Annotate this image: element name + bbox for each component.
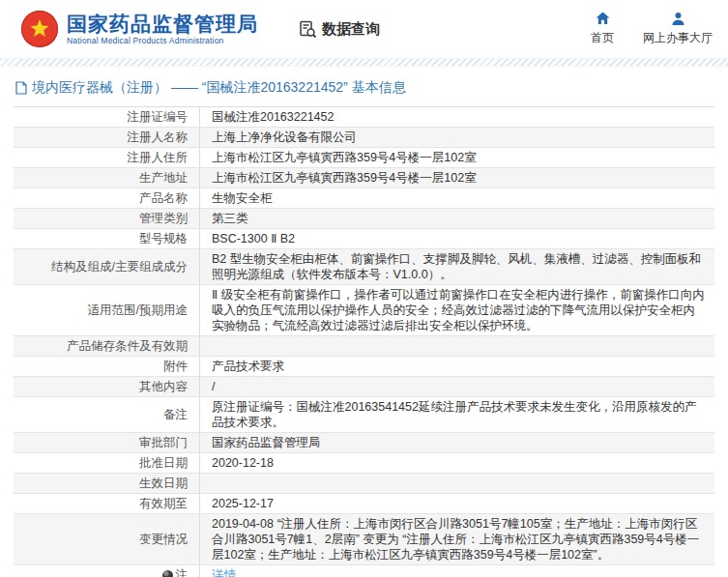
table-row: 备注 原注册证编号：国械注准20163541452延续注册产品技术要求未发生变化… <box>14 397 714 433</box>
nav-home[interactable]: 首页 <box>591 12 614 46</box>
row-label: 附件 <box>14 357 200 376</box>
data-query-icon <box>299 20 317 39</box>
data-query-tab[interactable]: 数据查询 <box>299 20 380 39</box>
nav-home-label: 首页 <box>591 30 614 46</box>
agency-name-cn: 国家药品监督管理局 <box>67 13 258 36</box>
row-label: 生效日期 <box>14 474 200 493</box>
agency-brand: 国家药品监督管理局 National Medical Products Admi… <box>21 11 258 47</box>
row-label: 其他内容 <box>14 377 200 396</box>
row-value: 2019-04-08 “注册人住所：上海市闵行区合川路3051号7幢105室；生… <box>200 514 714 564</box>
table-row: 变更情况 2019-04-08 “注册人住所：上海市闵行区合川路3051号7幢1… <box>14 514 714 565</box>
data-query-label: 数据查询 <box>322 20 380 39</box>
row-label: 型号规格 <box>14 229 200 248</box>
header-nav: 首页 网上办事大厅 <box>591 12 713 46</box>
emblem-star-icon <box>27 16 52 42</box>
row-label: 备注 <box>14 397 200 432</box>
row-value: B2 型生物安全柜由柜体、前窗操作口、支撑脚及脚轮、风机、集液槽、过滤器、控制面… <box>200 249 714 284</box>
row-value: 上海市松江区九亭镇寅西路359号4号楼一层102室 <box>200 168 714 188</box>
table-row: 生效日期 <box>14 474 714 494</box>
row-value: 产品技术要求 <box>200 357 714 376</box>
row-label: 生产地址 <box>14 168 200 188</box>
national-emblem-logo <box>21 11 58 47</box>
row-value: 原注册证编号：国械注准20163541452延续注册产品技术要求未发生变化，沿用… <box>200 397 714 432</box>
row-value <box>200 336 714 356</box>
row-label: 审批部门 <box>14 433 200 452</box>
row-value <box>200 474 714 493</box>
table-row: 型号规格 BSC-1300 Ⅱ B2 <box>14 229 714 249</box>
row-label: 管理类别 <box>14 209 200 228</box>
row-label: 注册人住所 <box>14 148 200 167</box>
table-row: 结构及组成/主要组成成分 B2 型生物安全柜由柜体、前窗操作口、支撑脚及脚轮、风… <box>14 249 714 285</box>
table-row: 有效期至 2025-12-17 <box>14 494 714 514</box>
table-row: 注册人住所 上海市松江区九亭镇寅西路359号4号楼一层102室 <box>14 148 714 168</box>
row-label: 产品储存条件及有效期 <box>14 336 200 356</box>
table-row: 注册证编号 国械注准20163221452 <box>14 107 714 128</box>
table-row: 产品名称 生物安全柜 <box>14 188 714 209</box>
row-value: / <box>200 377 714 396</box>
document-icon <box>15 81 27 95</box>
table-row: 适用范围/预期用途 Ⅱ 级安全柜有前窗操作口，操作者可以通过前窗操作口在安全柜内… <box>14 285 714 336</box>
main-content: 境内医疗器械（注册） —— “国械注准20163221452” 基本信息 注册证… <box>0 67 728 577</box>
decorative-stripe-band <box>0 58 728 67</box>
row-label: 批准日期 <box>14 453 200 473</box>
nav-service-hall[interactable]: 网上办事大厅 <box>643 12 713 46</box>
table-row: 其他内容 / <box>14 377 714 397</box>
row-value: Ⅱ 级安全柜有前窗操作口，操作者可以通过前窗操作口在安全柜内进行操作，前窗操作口… <box>200 285 714 335</box>
row-value: 国家药品监督管理局 <box>200 433 714 452</box>
row-label: 适用范围/预期用途 <box>14 285 200 335</box>
row-value: 2025-12-17 <box>200 494 714 513</box>
row-label: 注册人名称 <box>14 128 200 147</box>
row-value: 上海上净净化设备有限公司 <box>200 128 714 147</box>
person-icon <box>671 12 685 26</box>
page-title-text: 境内医疗器械（注册） —— “国械注准20163221452” 基本信息 <box>32 79 406 97</box>
site-header: 国家药品监督管理局 National Medical Products Admi… <box>0 0 728 58</box>
row-value: 详情 <box>200 565 714 577</box>
table-row: 注 详情 <box>14 565 714 577</box>
table-row: 管理类别 第三类 <box>14 209 714 229</box>
table-row: 产品储存条件及有效期 <box>14 336 714 357</box>
row-value: 生物安全柜 <box>200 188 714 208</box>
table-row: 附件 产品技术要求 <box>14 357 714 377</box>
table-row: 注册人名称 上海上净净化设备有限公司 <box>14 128 714 148</box>
page-title: 境内医疗器械（注册） —— “国械注准20163221452” 基本信息 <box>14 67 714 106</box>
row-label: 产品名称 <box>14 188 200 208</box>
table-row: 审批部门 国家药品监督管理局 <box>14 433 714 453</box>
row-label: 变更情况 <box>14 514 200 564</box>
agency-name: 国家药品监督管理局 National Medical Products Admi… <box>67 13 258 46</box>
note-icon <box>162 570 173 577</box>
home-icon <box>596 12 610 26</box>
row-label: 结构及组成/主要组成成分 <box>14 249 200 284</box>
table-row: 批准日期 2020-12-18 <box>14 453 714 474</box>
detail-link[interactable]: 详情 <box>212 567 236 577</box>
row-value: 上海市松江区九亭镇寅西路359号4号楼一层102室 <box>200 148 714 167</box>
row-value: 2020-12-18 <box>200 453 714 473</box>
row-value: BSC-1300 Ⅱ B2 <box>200 229 714 248</box>
nav-service-hall-label: 网上办事大厅 <box>643 30 713 46</box>
registration-info-table: 注册证编号 国械注准20163221452 注册人名称 上海上净净化设备有限公司… <box>14 106 714 577</box>
row-value: 国械注准20163221452 <box>200 107 714 127</box>
row-label: 注册证编号 <box>14 107 200 127</box>
row-value: 第三类 <box>200 209 714 228</box>
row-label: 有效期至 <box>14 494 200 513</box>
table-row: 生产地址 上海市松江区九亭镇寅西路359号4号楼一层102室 <box>14 168 714 188</box>
agency-name-en: National Medical Products Administration <box>67 36 258 46</box>
row-label: 注 <box>14 565 200 577</box>
